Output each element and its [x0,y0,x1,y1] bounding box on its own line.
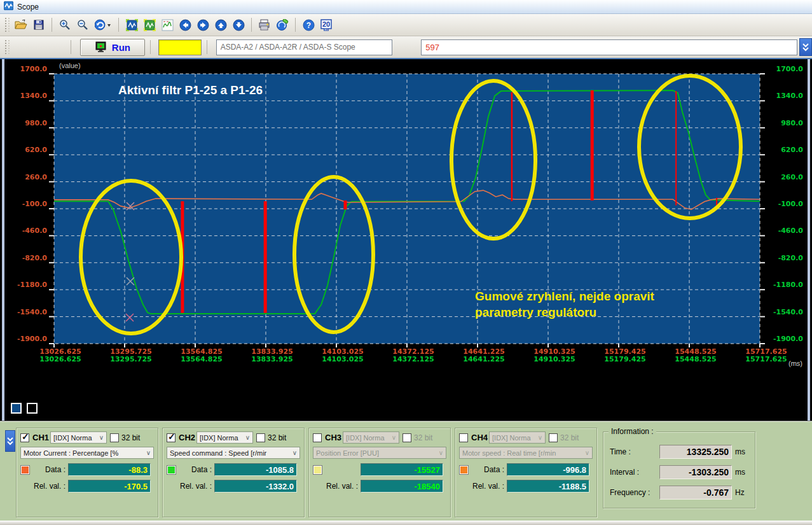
bit32-label: 32 bit [560,433,579,442]
channel-enable-checkbox[interactable] [20,433,29,442]
data-value-field: -88.3 [68,463,151,476]
channel-enable-checkbox[interactable] [167,433,175,442]
channel-color-swatch[interactable] [459,465,469,475]
open-button[interactable] [12,17,30,33]
channel-color-swatch[interactable] [167,465,176,475]
toolbar-separator [52,18,52,32]
monitor-icon [95,41,107,53]
status-bar [0,521,812,525]
y-tick-label-right: 1340.0 [764,92,803,100]
y-tick-label-left: 980.0 [8,119,47,127]
collapse-chevron-button[interactable] [5,430,15,452]
zoom-in-icon [59,19,71,31]
refresh-button[interactable] [273,17,291,33]
sample-count-field[interactable]: 597 [421,39,797,55]
data-value-field: -15527 [361,463,443,476]
chevron-down-icon: ∨ [392,434,396,441]
channel-enable-checkbox[interactable] [313,433,322,442]
y-tick-label-left: -820.0 [8,254,47,262]
move-right-button[interactable] [194,17,212,33]
toolbar-separator [251,18,252,32]
time-label: Time : [610,447,659,456]
y-tick-label-left: -1180.0 [8,281,47,289]
x-tick-label: 15179.425 [596,355,654,363]
move-down-button[interactable] [230,17,247,33]
zoom-out-button[interactable] [74,17,92,33]
save-button[interactable] [30,17,48,33]
y-tick-label-left: 1700.0 [8,65,47,73]
data-label: Data : [176,465,212,474]
x-tick-label: 13833.925 [244,355,301,363]
source-value: Motor speed : Real time [r/min [462,449,556,457]
frequency-label: Frequency : [610,488,659,497]
run-button-label: Run [112,42,130,53]
chart-region: Aktivní filtr P1-25 a P1-26Gumové zryhle… [0,59,812,421]
channel-box-ch3: CH3 [IDX] Norma∨ 32 bit Position Error [… [308,428,451,517]
run-button[interactable]: Run [80,39,145,56]
units-20-button[interactable]: 20IEU [317,17,335,33]
print-button[interactable] [256,17,273,33]
bit32-checkbox[interactable] [256,433,265,442]
time-unit: ms [735,447,745,456]
expand-chevron-button[interactable] [799,38,812,56]
interval-label: Interval : [610,468,659,477]
annotation-text: parametry regulátoru [475,305,596,319]
channel-enable-checkbox[interactable] [459,433,468,442]
y-tick-label-right: 260.0 [764,173,803,181]
time-value-field: 13325.250 [659,445,732,459]
rel-value-field: -18540 [361,480,443,493]
time-axis-unit-label: (ms) [788,360,802,367]
printer-icon [258,19,271,31]
scope-window: Scope ? 20IEU Run ASDA-A2 [0,0,812,525]
help-button[interactable]: ? [299,17,317,33]
idx-mode-dropdown[interactable]: [IDX] Norma∨ [196,431,253,444]
idx-mode-dropdown[interactable]: [IDX] Norma∨ [343,431,399,444]
rel-value-label: Rel. val. : [322,482,358,491]
scope-view-green-button[interactable] [141,17,158,33]
idx-mode-value: [IDX] Norma [53,434,92,442]
undo-zoom-button[interactable] [92,17,114,33]
idx-mode-dropdown[interactable]: [IDX] Norma∨ [489,431,546,444]
waveform-view-button[interactable] [158,17,176,33]
bit32-checkbox[interactable] [403,433,411,442]
y-tick-label-left: -100.0 [8,200,47,208]
source-value: Speed command : Speed [r/mir [170,449,266,457]
plot-color-swatch[interactable] [11,403,22,414]
x-tick-label: 15448.525 [667,355,724,363]
move-left-button[interactable] [176,17,194,33]
bit32-checkbox[interactable] [110,433,119,442]
source-dropdown[interactable]: Speed command : Speed [r/mir∨ [167,447,300,459]
arrow-left-icon [179,19,191,31]
annotation-text: Gumové zryhlení, nejde opravit [475,290,655,303]
y-tick-label-left: 260.0 [8,173,47,181]
source-dropdown[interactable]: Position Error [PUU]∨ [313,447,446,459]
zoom-in-button[interactable] [56,17,74,33]
idx-mode-dropdown[interactable]: [IDX] Norma∨ [50,431,107,444]
scope-model-field[interactable]: ASDA-A2 / ASDA-A2R / ASDA-S Scope [216,39,392,55]
frame-color-swatch[interactable] [27,403,38,414]
rel-value-field: -1332.0 [214,480,297,493]
chevron-down-icon: ∨ [538,434,542,441]
source-value: Motor Current : Percentage [% [24,449,118,457]
units-20-icon: 20IEU [320,19,333,31]
toolbar-grip[interactable] [5,18,10,32]
channel-color-swatch[interactable] [20,465,30,475]
toolbar-grip[interactable] [5,40,10,54]
bit32-checkbox[interactable] [549,433,558,442]
bit32-label: 32 bit [268,433,286,442]
scope-view-blue-button[interactable] [123,17,141,33]
channel-box-ch2: CH2 [IDX] Norma∨ 32 bit Speed command : … [162,428,305,517]
channel-label: CH3 [325,433,341,442]
source-dropdown[interactable]: Motor Current : Percentage [%∨ [20,447,154,459]
move-up-button[interactable] [212,17,230,33]
chevron-down-icon: ∨ [292,449,297,456]
refresh-icon [276,19,289,31]
y-tick-label-left: -460.0 [8,227,47,235]
channel-color-swatch[interactable] [313,465,322,475]
scope-plot[interactable]: Aktivní filtr P1-25 a P1-26Gumové zryhle… [0,59,812,421]
source-dropdown[interactable]: Motor speed : Real time [r/min∨ [459,447,593,459]
data-label: Data : [30,465,65,474]
idx-mode-value: [IDX] Norma [492,434,531,442]
x-tick-label: 14910.325 [526,355,583,363]
x-tick-label: 14372.125 [385,355,442,363]
